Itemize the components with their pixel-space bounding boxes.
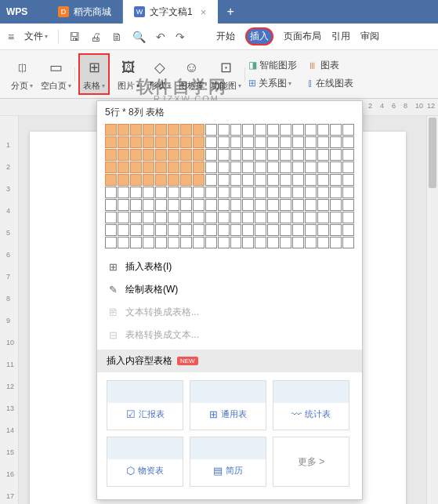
- grid-cell[interactable]: [205, 161, 217, 173]
- grid-cell[interactable]: [342, 224, 354, 236]
- grid-cell[interactable]: [330, 187, 342, 198]
- grid-cell[interactable]: [180, 199, 192, 211]
- grid-cell[interactable]: [105, 136, 117, 148]
- grid-cell[interactable]: [193, 199, 205, 211]
- grid-cell[interactable]: [230, 199, 242, 211]
- grid-cell[interactable]: [230, 174, 242, 186]
- grid-cell[interactable]: [118, 136, 129, 148]
- grid-cell[interactable]: [168, 161, 179, 173]
- grid-cell[interactable]: [155, 224, 167, 236]
- grid-cell[interactable]: [330, 124, 342, 136]
- grid-cell[interactable]: [155, 136, 167, 148]
- grid-cell[interactable]: [218, 174, 230, 186]
- grid-cell[interactable]: [168, 212, 179, 223]
- grid-cell[interactable]: [143, 136, 154, 148]
- grid-cell[interactable]: [118, 124, 129, 136]
- undo-icon[interactable]: ↶: [156, 31, 165, 43]
- grid-cell[interactable]: [230, 136, 242, 148]
- grid-cell[interactable]: [342, 124, 354, 136]
- grid-cell[interactable]: [317, 161, 329, 173]
- grid-cell[interactable]: [180, 174, 192, 186]
- draw-table-option[interactable]: ✎ 绘制表格(W): [97, 278, 362, 301]
- hamburger-icon[interactable]: ≡: [8, 31, 14, 43]
- grid-cell[interactable]: [130, 212, 142, 223]
- table-grid-picker[interactable]: [97, 122, 362, 256]
- vertical-scrollbar[interactable]: [426, 116, 438, 504]
- online-chart-button[interactable]: ⫿ 在线图表: [308, 77, 353, 90]
- grid-cell[interactable]: [155, 212, 167, 223]
- grid-cell[interactable]: [305, 136, 317, 148]
- grid-cell[interactable]: [155, 124, 167, 136]
- grid-cell[interactable]: [105, 149, 117, 161]
- grid-cell[interactable]: [168, 136, 179, 148]
- grid-cell[interactable]: [330, 174, 342, 186]
- grid-cell[interactable]: [230, 237, 242, 248]
- relation-chart-button[interactable]: ⊞ 关系图▾: [248, 77, 297, 90]
- grid-cell[interactable]: [342, 136, 354, 148]
- grid-cell[interactable]: [342, 149, 354, 161]
- grid-cell[interactable]: [280, 161, 291, 173]
- grid-cell[interactable]: [242, 161, 254, 173]
- function-chart-button[interactable]: ⊡ 功能图▾: [211, 56, 241, 92]
- grid-cell[interactable]: [255, 136, 266, 148]
- grid-cell[interactable]: [255, 174, 266, 186]
- grid-cell[interactable]: [143, 174, 154, 186]
- grid-cell[interactable]: [118, 224, 129, 236]
- grid-cell[interactable]: [280, 212, 291, 223]
- grid-cell[interactable]: [118, 212, 129, 223]
- shapes-button[interactable]: ◇ 形状▾: [147, 56, 172, 92]
- grid-cell[interactable]: [317, 149, 329, 161]
- grid-cell[interactable]: [105, 174, 117, 186]
- grid-cell[interactable]: [267, 136, 279, 148]
- redo-icon[interactable]: ↷: [176, 31, 185, 43]
- paging-button[interactable]: ⎅ 分页▾: [9, 56, 34, 92]
- grid-cell[interactable]: [305, 174, 317, 186]
- grid-cell[interactable]: [130, 224, 142, 236]
- save-icon[interactable]: 🖫: [69, 31, 80, 43]
- grid-cell[interactable]: [130, 136, 142, 148]
- grid-cell[interactable]: [317, 174, 329, 186]
- grid-cell[interactable]: [130, 199, 142, 211]
- grid-cell[interactable]: [230, 124, 242, 136]
- grid-cell[interactable]: [105, 237, 117, 248]
- grid-cell[interactable]: [168, 237, 179, 248]
- grid-cell[interactable]: [155, 187, 167, 198]
- grid-cell[interactable]: [292, 124, 304, 136]
- print-icon[interactable]: 🖨: [90, 31, 101, 43]
- grid-cell[interactable]: [218, 237, 230, 248]
- grid-cell[interactable]: [292, 149, 304, 161]
- grid-cell[interactable]: [242, 136, 254, 148]
- grid-cell[interactable]: [155, 174, 167, 186]
- grid-cell[interactable]: [205, 199, 217, 211]
- grid-cell[interactable]: [155, 161, 167, 173]
- grid-cell[interactable]: [218, 149, 230, 161]
- table-button[interactable]: ⊞ 表格▾: [78, 53, 110, 95]
- grid-cell[interactable]: [143, 149, 154, 161]
- grid-cell[interactable]: [292, 161, 304, 173]
- blank-page-button[interactable]: ▭ 空白页▾: [41, 56, 71, 92]
- grid-cell[interactable]: [305, 212, 317, 223]
- grid-cell[interactable]: [242, 187, 254, 198]
- grid-cell[interactable]: [143, 212, 154, 223]
- grid-cell[interactable]: [143, 237, 154, 248]
- grid-cell[interactable]: [168, 199, 179, 211]
- grid-cell[interactable]: [242, 212, 254, 223]
- grid-cell[interactable]: [267, 174, 279, 186]
- grid-cell[interactable]: [242, 149, 254, 161]
- grid-cell[interactable]: [205, 237, 217, 248]
- grid-cell[interactable]: [218, 187, 230, 198]
- grid-cell[interactable]: [305, 149, 317, 161]
- grid-cell[interactable]: [118, 237, 129, 248]
- grid-cell[interactable]: [230, 212, 242, 223]
- picture-button[interactable]: 🖼 图片▾: [116, 56, 141, 92]
- grid-cell[interactable]: [342, 174, 354, 186]
- tab-start[interactable]: 开始: [216, 30, 235, 43]
- grid-cell[interactable]: [255, 237, 266, 248]
- grid-cell[interactable]: [255, 212, 266, 223]
- chart-button[interactable]: ⫼ 图表: [308, 59, 353, 72]
- smartart-button[interactable]: ◨ 智能图形: [248, 59, 297, 72]
- grid-cell[interactable]: [105, 187, 117, 198]
- grid-cell[interactable]: [193, 149, 205, 161]
- grid-cell[interactable]: [317, 136, 329, 148]
- close-icon[interactable]: ×: [201, 6, 207, 18]
